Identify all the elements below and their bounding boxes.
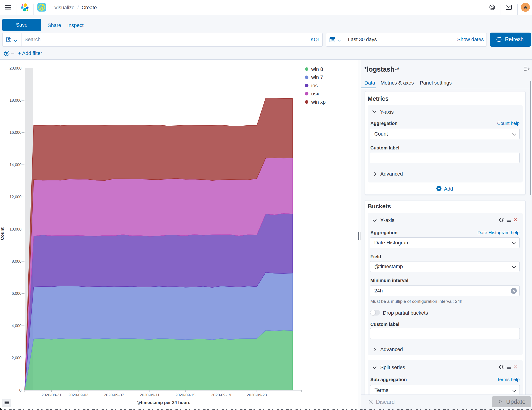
svg-text:osx: osx [311,91,319,96]
svg-text:win xp: win xp [311,99,326,105]
svg-text:10,000: 10,000 [10,227,21,231]
svg-text:win 7: win 7 [311,74,323,80]
svg-text:win 8: win 8 [311,66,323,72]
svg-text:@timestamp per 24 hours: @timestamp per 24 hours [137,400,190,405]
svg-text:0: 0 [19,388,21,392]
svg-text:14,000: 14,000 [10,163,21,167]
svg-text:2020-09-03: 2020-09-03 [68,393,88,397]
svg-text:8,000: 8,000 [11,259,21,264]
svg-text:20,000: 20,000 [10,66,21,70]
svg-text:4,000: 4,000 [11,324,21,328]
svg-text:2020-08-31: 2020-08-31 [42,393,62,397]
svg-text:2020-09-15: 2020-09-15 [175,393,195,397]
svg-text:2020-09-11: 2020-09-11 [140,393,160,397]
svg-text:Count: Count [0,227,5,240]
svg-text:2020-09-07: 2020-09-07 [104,393,124,397]
svg-text:ios: ios [311,83,318,88]
svg-text:16,000: 16,000 [10,130,21,135]
svg-text:12,000: 12,000 [10,195,21,199]
svg-text:2020-09-19: 2020-09-19 [211,393,231,397]
svg-text:6,000: 6,000 [11,291,21,296]
svg-text:2,000: 2,000 [11,356,21,360]
svg-text:18,000: 18,000 [10,98,21,103]
svg-text:2020-09-23: 2020-09-23 [247,393,267,397]
